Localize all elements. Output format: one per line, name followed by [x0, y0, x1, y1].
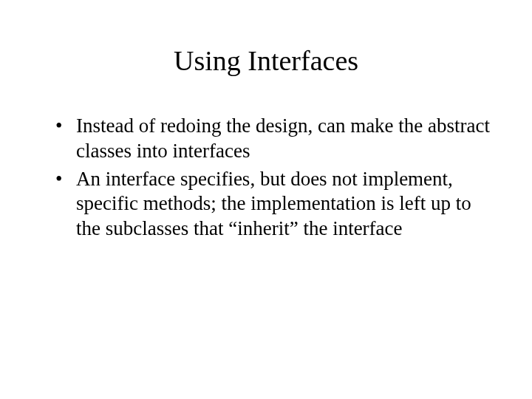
bullet-item: An interface specifies, but does not imp… [55, 167, 491, 242]
bullet-item: Instead of redoing the design, can make … [55, 114, 491, 164]
slide-title: Using Interfaces [41, 44, 491, 77]
bullet-list: Instead of redoing the design, can make … [41, 114, 491, 242]
